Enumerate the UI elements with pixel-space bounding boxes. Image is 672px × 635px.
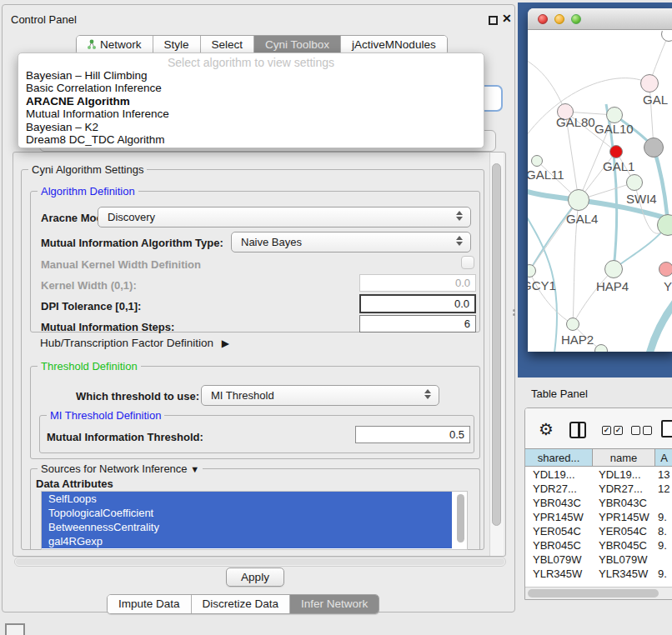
table-row[interactable]: YBR045CYBR045C9. xyxy=(525,538,672,552)
mi-steps-field[interactable]: 6 xyxy=(359,315,476,332)
algorithm-dropdown-popup: Select algorithm to view settings Bayesi… xyxy=(18,52,484,148)
cyni-algorithm-settings-group: Cyni Algorithm Settings Algorithm Defini… xyxy=(21,169,484,550)
bottom-tabs: Impute Data Discretize Data Infer Networ… xyxy=(107,594,379,614)
network-node-gal10[interactable] xyxy=(606,107,623,123)
network-node-hap2[interactable] xyxy=(566,318,579,331)
manual-kernel-checkbox[interactable] xyxy=(461,256,474,269)
network-icon xyxy=(88,39,97,50)
table-panel-title: Table Panel xyxy=(531,388,588,400)
tab-jactivemnodules[interactable]: jActiveMNodules xyxy=(341,36,447,54)
sources-title[interactable]: Sources for Network Inference ▼ xyxy=(38,462,203,475)
threshold-definition-group: Threshold Definition Which threshold to … xyxy=(30,366,480,459)
aracne-mode-combobox[interactable]: Discovery xyxy=(98,207,471,228)
algorithm-option[interactable]: Basic Correlation Inference xyxy=(18,82,484,94)
new-table-icon[interactable] xyxy=(661,420,672,438)
table-row[interactable]: YDR27...YDR27...12 xyxy=(525,482,672,496)
column-header-name[interactable]: name xyxy=(593,449,655,466)
network-node-gal1-selected[interactable] xyxy=(609,145,623,158)
table-hscrollbar[interactable] xyxy=(525,587,672,599)
node-label: HAP4 xyxy=(596,279,629,293)
dpi-tolerance-field[interactable]: 0.0 xyxy=(359,294,476,313)
node-label: GAL4 xyxy=(566,212,598,226)
column-header-shared[interactable]: shared... xyxy=(525,449,593,466)
table-row[interactable]: YIL052CYIL052C9 xyxy=(525,581,672,583)
deselect-all-columns-icon[interactable] xyxy=(631,426,652,435)
network-node-gal4[interactable] xyxy=(568,189,589,211)
network-canvas[interactable]: GAL GAL80 GAL10 GAL1 GAL11 SWI4 GAL4 GCY… xyxy=(528,31,672,352)
list-item[interactable]: BetweennessCentrality xyxy=(42,520,452,534)
node-label: GAL1 xyxy=(603,159,634,173)
table-row[interactable]: YPR145WYPR145W9. xyxy=(525,510,672,524)
table-row[interactable]: YDL19...YDL19...13 xyxy=(525,468,672,482)
list-item[interactable]: gal4RGexp xyxy=(42,534,452,548)
mi-type-label: Mutual Information Algorithm Type: xyxy=(41,237,223,249)
network-node-hap4[interactable] xyxy=(604,260,623,278)
hub-definition-toggle[interactable]: Hub/Transcription Factor Definition ▶ xyxy=(40,337,229,349)
settings-hscrollbar[interactable] xyxy=(14,557,506,567)
algorithm-definition-group: Algorithm Definition Aracne Mode: Discov… xyxy=(30,191,480,332)
list-item[interactable]: TopologicalCoefficient xyxy=(42,506,452,520)
node-label: Y xyxy=(664,279,672,293)
tab-select[interactable]: Select xyxy=(201,36,255,54)
list-scrollbar-thumb[interactable] xyxy=(457,494,464,542)
control-panel-window: Control Panel ✕ Network Style Select Cyn… xyxy=(2,4,515,612)
dpi-tolerance-label: DPI Tolerance [0,1]: xyxy=(41,300,141,312)
mi-threshold-field[interactable]: 0.5 xyxy=(355,426,470,443)
gear-icon[interactable]: ⚙ xyxy=(539,419,554,439)
mi-type-combobox[interactable]: Naive Bayes xyxy=(231,232,471,252)
tab-infer-network[interactable]: Infer Network xyxy=(290,595,379,613)
network-node-gal11[interactable] xyxy=(531,155,543,167)
kernel-width-field[interactable]: 0.0 xyxy=(359,274,476,292)
settings-scrollbar-thumb[interactable] xyxy=(492,163,501,526)
table-body: YDL19...YDL19...13 YDR27...YDR27...12 YB… xyxy=(525,468,672,583)
table-row[interactable]: YER054CYER054C8. xyxy=(525,524,672,538)
data-attributes-label: Data Attributes xyxy=(36,478,113,490)
close-icon[interactable]: ✕ xyxy=(502,12,512,25)
table-panel-window: ⚙ ✓✓ shared... name A YDL19...YDL19...13… xyxy=(524,408,672,600)
minimized-panel-icon[interactable] xyxy=(5,623,25,635)
table-row[interactable]: YBL079WYBL079W xyxy=(525,552,672,567)
mi-steps-label: Mutual Information Steps: xyxy=(41,321,174,333)
algorithm-option[interactable]: Mutual Information Inference xyxy=(18,108,484,120)
sources-group: Sources for Network Inference ▼ Data Att… xyxy=(30,468,480,550)
tab-network[interactable]: Network xyxy=(77,36,153,54)
table-row[interactable]: YLR345WYLR345W9. xyxy=(525,567,672,581)
network-node-gal-cut[interactable] xyxy=(640,74,659,92)
algorithm-placeholder: Select algorithm to view settings xyxy=(18,56,484,69)
table-row[interactable]: YBR043CYBR043C xyxy=(525,496,672,510)
float-window-icon[interactable] xyxy=(489,16,498,25)
which-threshold-combobox[interactable]: MI Threshold xyxy=(201,385,439,406)
close-traffic-icon[interactable] xyxy=(538,14,548,24)
network-window: GAL GAL80 GAL10 GAL1 GAL11 SWI4 GAL4 GCY… xyxy=(528,8,672,352)
node-label: GAL xyxy=(643,92,668,107)
column-header-cut[interactable]: A xyxy=(655,449,672,466)
panel-resize-grip[interactable] xyxy=(513,309,516,317)
algorithm-option[interactable]: Bayesian – K2 xyxy=(18,121,484,133)
select-all-columns-icon[interactable]: ✓✓ xyxy=(602,426,623,435)
apply-button[interactable]: Apply xyxy=(226,568,284,587)
network-node-gray[interactable] xyxy=(644,138,664,158)
tab-cyni-toolbox[interactable]: Cyni Toolbox xyxy=(254,36,341,54)
tab-impute-data[interactable]: Impute Data xyxy=(108,595,192,613)
tab-discretize-data[interactable]: Discretize Data xyxy=(192,595,291,613)
kernel-width-label: Kernel Width (0,1): xyxy=(41,279,137,292)
zoom-traffic-icon[interactable] xyxy=(571,14,581,24)
network-node-bottom[interactable] xyxy=(594,344,608,352)
network-node-salmon[interactable] xyxy=(659,262,672,277)
algorithm-option-selected[interactable]: ARACNE Algorithm xyxy=(18,95,484,108)
columns-icon[interactable] xyxy=(569,422,586,438)
tab-style[interactable]: Style xyxy=(153,36,201,54)
data-attributes-list: SelfLoops TopologicalCoefficient Between… xyxy=(41,491,468,550)
table-toolbar: ⚙ ✓✓ xyxy=(525,408,672,448)
network-node-swi4[interactable] xyxy=(626,174,643,191)
node-label: SWI4 xyxy=(626,192,657,206)
algorithm-option[interactable]: Bayesian – Hill Climbing xyxy=(18,69,484,82)
list-item[interactable]: SelfLoops xyxy=(42,492,452,506)
minimize-traffic-icon[interactable] xyxy=(554,14,564,24)
algorithm-option[interactable]: Dream8 DC_TDC Algorithm xyxy=(18,133,484,146)
network-window-titlebar[interactable] xyxy=(528,8,672,30)
node-label: GCY1 xyxy=(528,278,556,292)
table-header: shared... name A xyxy=(525,448,672,467)
mi-threshold-title: MI Threshold Definition xyxy=(47,409,164,422)
which-threshold-label: Which threshold to use: xyxy=(76,390,199,402)
